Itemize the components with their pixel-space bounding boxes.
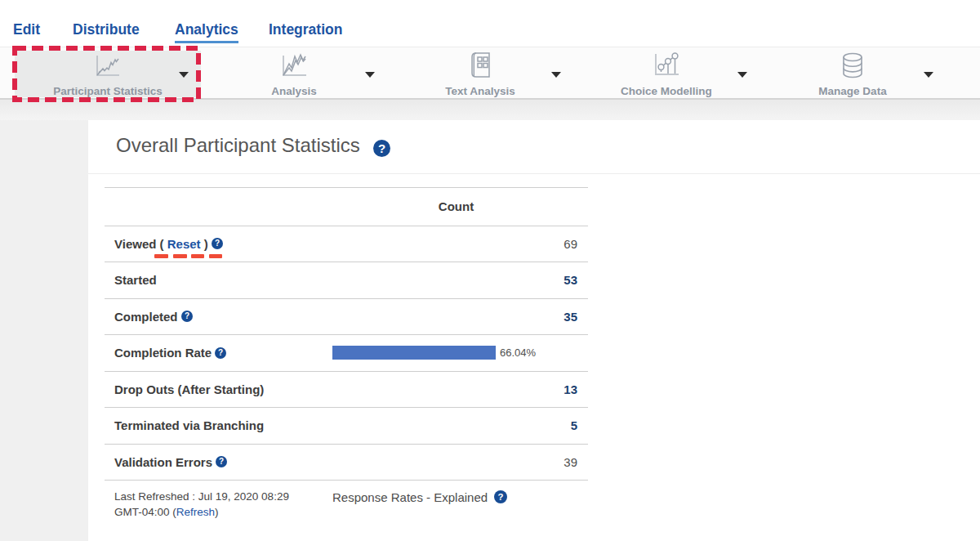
svg-text:?: ?	[215, 239, 220, 248]
svg-text:?: ?	[498, 492, 504, 502]
svg-text:?: ?	[219, 458, 224, 467]
svg-text:?: ?	[218, 348, 223, 357]
svg-text:?: ?	[378, 141, 385, 155]
svg-text:?: ?	[185, 312, 189, 321]
